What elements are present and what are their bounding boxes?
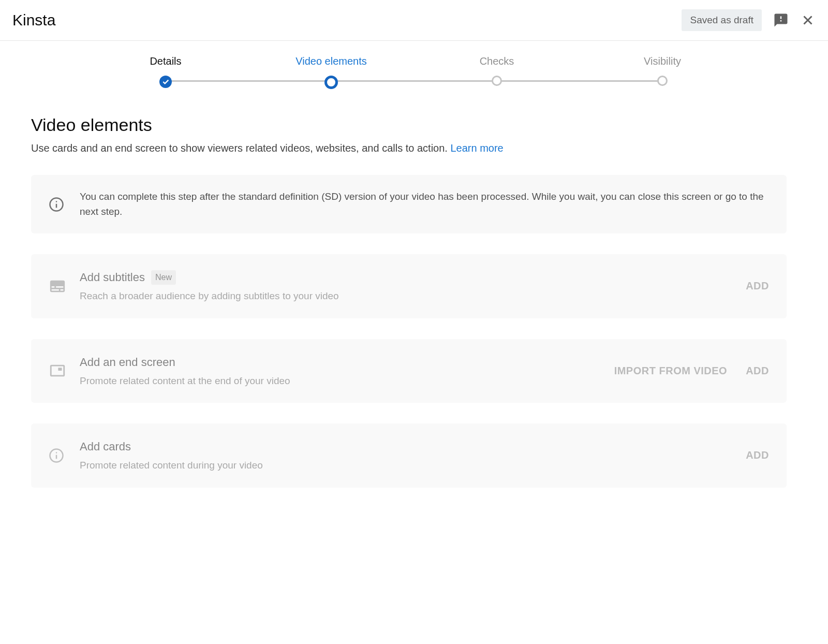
step-label: Video elements [295, 55, 367, 67]
subtitles-title: Add subtitles [80, 269, 145, 286]
end-screen-desc: Promote related content at the end of yo… [80, 374, 614, 389]
subtitles-desc: Reach a broader audience by adding subti… [80, 289, 746, 304]
step-label: Visibility [644, 55, 681, 67]
svg-rect-4 [58, 368, 62, 371]
section-subtitle: Use cards and an end screen to show view… [31, 142, 787, 154]
step-node-upcoming-icon [492, 76, 502, 86]
step-connector [331, 80, 497, 82]
end-screen-icon [49, 362, 80, 379]
add-subtitles-button[interactable]: ADD [746, 280, 769, 292]
feedback-icon[interactable] [773, 12, 789, 28]
add-end-screen-button[interactable]: ADD [746, 365, 769, 377]
svg-rect-3 [51, 365, 64, 376]
section-heading: Video elements [31, 115, 787, 135]
cards-desc: Promote related content during your vide… [80, 458, 746, 473]
step-label: Details [150, 55, 181, 67]
step-details[interactable]: Details [83, 55, 248, 88]
step-node-current-icon [324, 76, 338, 89]
step-video-elements[interactable]: Video elements [248, 55, 414, 89]
stepper: Details Video elements Checks Visibility [0, 41, 828, 89]
step-node-completed-icon [159, 76, 172, 88]
cards-title: Add cards [80, 438, 131, 455]
subtitles-card: Add subtitles New Reach a broader audien… [31, 254, 787, 318]
step-connector [497, 80, 662, 82]
end-screen-card: Add an end screen Promote related conten… [31, 339, 787, 403]
main-content: Video elements Use cards and an end scre… [0, 89, 818, 534]
new-badge: New [151, 270, 176, 285]
subtitles-icon [49, 277, 80, 295]
page-title: Kinsta [12, 11, 55, 29]
step-node-upcoming-icon [657, 76, 668, 86]
section-subtitle-text: Use cards and an end screen to show view… [31, 142, 450, 154]
import-from-video-button[interactable]: IMPORT FROM VIDEO [614, 365, 728, 377]
close-icon[interactable] [800, 12, 816, 28]
cards-card: Add cards Promote related content during… [31, 423, 787, 488]
svg-point-7 [56, 452, 57, 453]
info-text: You can complete this step after the sta… [80, 189, 769, 219]
end-screen-title: Add an end screen [80, 354, 175, 371]
top-bar: Kinsta Saved as draft [0, 0, 828, 41]
svg-point-2 [56, 201, 57, 202]
processing-info-card: You can complete this step after the sta… [31, 175, 787, 233]
info-icon [49, 197, 80, 212]
learn-more-link[interactable]: Learn more [450, 142, 503, 154]
step-connector [166, 80, 331, 82]
top-bar-actions: Saved as draft [682, 9, 816, 31]
add-cards-button[interactable]: ADD [746, 449, 769, 461]
step-label: Checks [480, 55, 514, 67]
draft-status-badge: Saved as draft [682, 9, 762, 31]
cards-info-icon [49, 448, 80, 463]
